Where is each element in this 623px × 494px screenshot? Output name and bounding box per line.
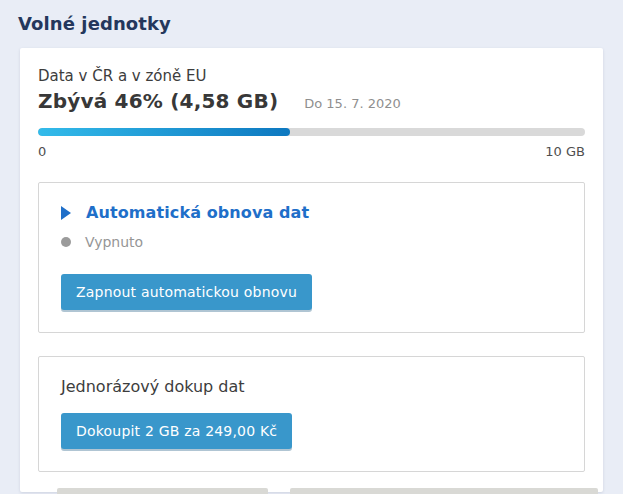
valid-until-date: Do 15. 7. 2020 xyxy=(304,96,401,111)
auto-renewal-status-row: Vypnuto xyxy=(61,234,562,250)
page-title: Volné jednotky xyxy=(0,0,623,34)
next-card-peek-right[interactable] xyxy=(290,488,598,494)
remaining-amount: Zbývá 46% (4,58 GB) xyxy=(38,89,278,113)
progress-scale: 0 10 GB xyxy=(38,144,585,159)
auto-renewal-box: Automatická obnova dat Vypnuto Zapnout a… xyxy=(38,182,585,333)
auto-renewal-link-label: Automatická obnova dat xyxy=(86,203,309,222)
data-balance-card: Data v ČR a v zóně EU Zbývá 46% (4,58 GB… xyxy=(20,48,603,492)
expand-triangle-icon xyxy=(61,206,71,220)
auto-renewal-status: Vypnuto xyxy=(85,234,143,250)
data-package-name: Data v ČR a v zóně EU xyxy=(38,66,585,86)
one-time-topup-title: Jednorázový dokup dat xyxy=(61,377,562,396)
status-dot-icon xyxy=(61,237,71,247)
buy-data-button[interactable]: Dokoupit 2 GB za 249,00 Kč xyxy=(61,413,292,449)
scale-max-label: 10 GB xyxy=(545,144,585,159)
page: Volné jednotky Data v ČR a v zóně EU Zbý… xyxy=(0,0,623,494)
data-progress-bar xyxy=(38,128,585,136)
scale-min-label: 0 xyxy=(38,144,46,159)
one-time-topup-box: Jednorázový dokup dat Dokoupit 2 GB za 2… xyxy=(38,356,585,472)
auto-renewal-expander[interactable]: Automatická obnova dat xyxy=(61,203,562,222)
remaining-row: Zbývá 46% (4,58 GB) Do 15. 7. 2020 xyxy=(38,89,585,113)
data-progress-fill xyxy=(38,128,290,136)
enable-auto-renewal-button[interactable]: Zapnout automatickou obnovu xyxy=(61,274,312,310)
next-card-peek-left[interactable] xyxy=(57,488,268,494)
